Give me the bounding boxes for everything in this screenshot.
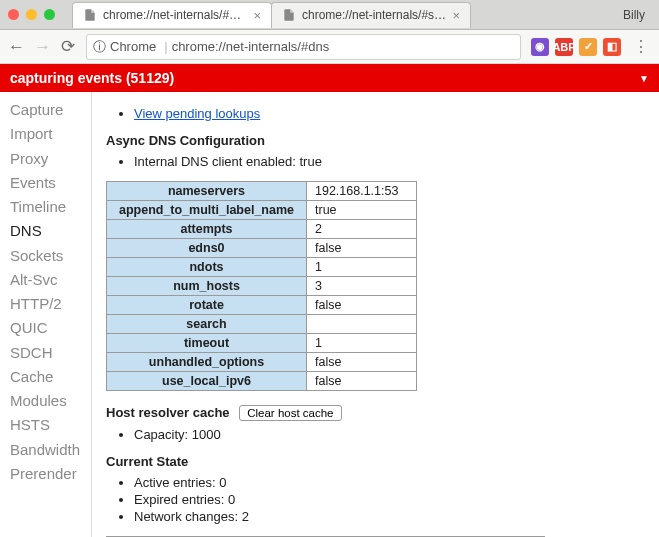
extension-icon[interactable]: ABP [555, 38, 573, 56]
config-key: timeout [107, 334, 307, 353]
async-dns-heading: Async DNS Configuration [106, 133, 645, 148]
sidebar-item-proxy[interactable]: Proxy [0, 147, 91, 171]
sidebar-item-sdch[interactable]: SDCH [0, 341, 91, 365]
browser-tab[interactable]: chrome://net-internals/#socke× [271, 2, 471, 28]
config-value: false [307, 353, 417, 372]
config-key: edns0 [107, 239, 307, 258]
site-info-icon[interactable]: ⓘ [93, 38, 106, 56]
extension-icon[interactable]: ◧ [603, 38, 621, 56]
sidebar-item-import[interactable]: Import [0, 122, 91, 146]
dns-panel: View pending lookups Async DNS Configura… [92, 92, 659, 537]
config-value: 1 [307, 258, 417, 277]
sidebar-item-dns[interactable]: DNS [0, 219, 91, 243]
close-tab-icon[interactable]: × [253, 8, 261, 23]
sidebar-item-modules[interactable]: Modules [0, 389, 91, 413]
config-key: unhandled_options [107, 353, 307, 372]
forward-button[interactable]: → [34, 37, 50, 57]
config-value: 3 [307, 277, 417, 296]
sidebar-item-alt-svc[interactable]: Alt-Svc [0, 268, 91, 292]
config-key: ndots [107, 258, 307, 277]
internal-dns-client-text: Internal DNS client enabled: true [134, 154, 645, 169]
back-button[interactable]: ← [8, 37, 24, 57]
window-titlebar: chrome://net-internals/#dns×chrome://net… [0, 0, 659, 30]
config-value: true [307, 201, 417, 220]
tab-strip: chrome://net-internals/#dns×chrome://net… [72, 2, 617, 28]
extensions-area: ◉ ABP ✓ ◧ [531, 38, 621, 56]
sidebar-item-http-2[interactable]: HTTP/2 [0, 292, 91, 316]
config-value [307, 315, 417, 334]
extension-icon[interactable]: ◉ [531, 38, 549, 56]
state-item: Network changes: 2 [134, 509, 645, 524]
sidebar-item-sockets[interactable]: Sockets [0, 244, 91, 268]
extension-icon[interactable]: ✓ [579, 38, 597, 56]
pending-lookups-link[interactable]: View pending lookups [134, 106, 260, 121]
browser-toolbar: ← → ⟳ ⓘ Chrome | chrome://net-internals/… [0, 30, 659, 64]
current-state-list: Active entries: 0Expired entries: 0Netwo… [106, 475, 645, 524]
resolver-cache-heading: Host resolver cache [106, 405, 230, 420]
config-value: false [307, 296, 417, 315]
omnibox[interactable]: ⓘ Chrome | chrome://net-internals/#dns [86, 34, 521, 60]
sidebar-item-events[interactable]: Events [0, 171, 91, 195]
config-value: 192.168.1.1:53 [307, 182, 417, 201]
config-value: false [307, 239, 417, 258]
url-text: chrome://net-internals/#dns [172, 39, 330, 54]
reload-button[interactable]: ⟳ [60, 36, 76, 57]
config-key: rotate [107, 296, 307, 315]
sidebar-item-bandwidth[interactable]: Bandwidth [0, 438, 91, 462]
capture-status-text: capturing events (51129) [10, 70, 174, 86]
capacity-text: Capacity: 1000 [134, 427, 645, 442]
chevron-down-icon[interactable]: ▼ [639, 73, 649, 84]
config-key: search [107, 315, 307, 334]
tab-title: chrome://net-internals/#socke [302, 8, 446, 22]
config-key: use_local_ipv6 [107, 372, 307, 391]
sidebar-item-prerender[interactable]: Prerender [0, 462, 91, 486]
page-icon [282, 8, 296, 22]
sidebar-item-cache[interactable]: Cache [0, 365, 91, 389]
config-value: false [307, 372, 417, 391]
chrome-menu-button[interactable]: ⋮ [631, 37, 651, 56]
category-sidebar: CaptureImportProxyEventsTimelineDNSSocke… [0, 92, 92, 537]
sidebar-item-capture[interactable]: Capture [0, 98, 91, 122]
config-key: num_hosts [107, 277, 307, 296]
config-value: 2 [307, 220, 417, 239]
state-item: Expired entries: 0 [134, 492, 645, 507]
config-key: nameservers [107, 182, 307, 201]
profile-badge[interactable]: Billy [617, 6, 651, 24]
sidebar-item-hsts[interactable]: HSTS [0, 413, 91, 437]
close-window-icon[interactable] [8, 9, 19, 20]
current-state-heading: Current State [106, 454, 645, 469]
url-scheme-chip: Chrome [110, 39, 156, 54]
page-icon [83, 8, 97, 22]
zoom-window-icon[interactable] [44, 9, 55, 20]
config-key: attempts [107, 220, 307, 239]
dns-config-table: nameservers192.168.1.1:53append_to_multi… [106, 181, 417, 391]
state-item: Active entries: 0 [134, 475, 645, 490]
browser-tab[interactable]: chrome://net-internals/#dns× [72, 2, 272, 28]
close-tab-icon[interactable]: × [452, 8, 460, 23]
config-key: append_to_multi_label_name [107, 201, 307, 220]
capture-status-banner[interactable]: capturing events (51129) ▼ [0, 64, 659, 92]
tab-title: chrome://net-internals/#dns [103, 8, 247, 22]
minimize-window-icon[interactable] [26, 9, 37, 20]
clear-host-cache-button[interactable]: Clear host cache [239, 405, 341, 421]
sidebar-item-quic[interactable]: QUIC [0, 316, 91, 340]
sidebar-item-timeline[interactable]: Timeline [0, 195, 91, 219]
config-value: 1 [307, 334, 417, 353]
